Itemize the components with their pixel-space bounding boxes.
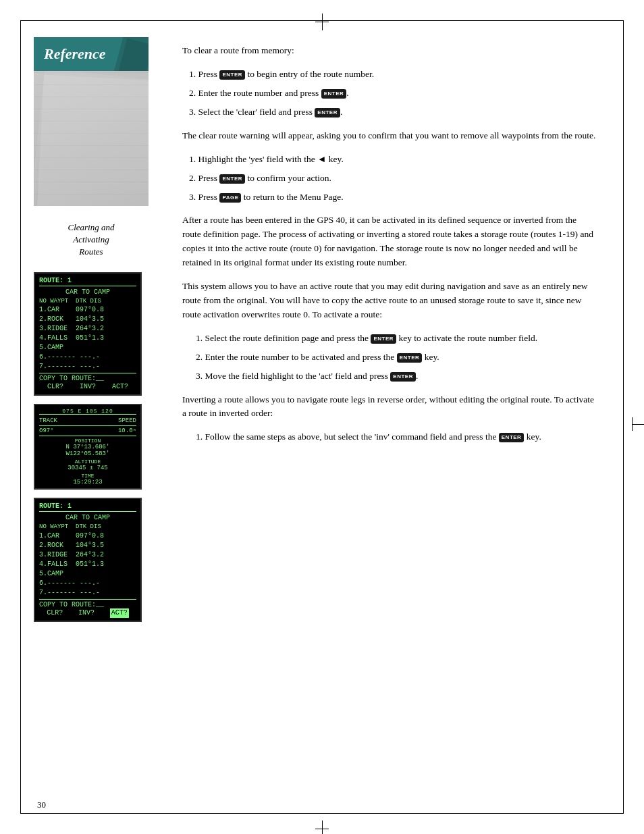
- gps3-row6: 6.------- ---.-: [39, 579, 136, 588]
- clear-step-3: 3. Select the 'clear' field and press EN…: [189, 105, 597, 119]
- gps-screen-1: ROUTE: 1 CAR TO CAMP NO WAYPT DTK DIS 1.…: [34, 272, 142, 396]
- clear-step-2: 2. Enter the route number and press ENTE…: [189, 86, 597, 100]
- enter-badge-4: ENTER: [219, 174, 245, 184]
- page-number: 30: [37, 800, 46, 810]
- gps1-row6: 6.------- ---.-: [39, 353, 136, 362]
- sidebar-subtitle: Clearing and Activating Routes: [34, 216, 149, 264]
- clear-step-1: 1. Press ENTER to begin entry of the rou…: [189, 68, 597, 81]
- confirm-step-3: 3. Press PAGE to return to the Menu Page…: [189, 190, 597, 204]
- enter-badge-2: ENTER: [321, 89, 347, 99]
- sidebar-header: Reference: [34, 37, 149, 71]
- gps1-row7: 7.------- ---.-: [39, 362, 136, 371]
- gps1-cols: NO WAYPT DTK DIS: [39, 297, 136, 306]
- gps1-header: ROUTE: 1: [39, 276, 136, 286]
- invert-intro-text: Inverting a route allows you to navigate…: [182, 393, 597, 421]
- enter-badge-8: ENTER: [499, 433, 525, 442]
- sidebar: Reference Clearing and Activating Routes…: [34, 37, 149, 622]
- gps3-actions: CLR?INV?ACT?: [39, 608, 136, 618]
- gps1-row4: 4.FALLS 051°1.3: [39, 334, 136, 343]
- enter-badge-3: ENTER: [315, 108, 340, 118]
- gps1-row3: 3.RIDGE 264°3.2: [39, 324, 136, 334]
- gps3-cols: NO WAYPT DTK DIS: [39, 523, 136, 531]
- page-badge-1: PAGE: [219, 193, 241, 203]
- gps3-row3: 3.RIDGE 264°3.2: [39, 550, 136, 560]
- gps3-row7: 7.------- ---.-: [39, 588, 136, 598]
- gps-screen-3: ROUTE: 1 CAR TO CAMP NO WAYPT DTK DIS 1.…: [34, 498, 142, 622]
- gps3-row4: 4.FALLS 051°1.3: [39, 560, 136, 569]
- save-text: This system allows you to have an active…: [182, 280, 597, 322]
- enter-badge-5: ENTER: [371, 334, 396, 344]
- clear-warning-text: The clear route warning will appear, ask…: [182, 129, 597, 143]
- gps1-row5: 5.CAMP: [39, 343, 136, 353]
- gps1-actions: CLR?INV?ACT?: [39, 382, 136, 392]
- activate-intro-text: After a route has been entered in the GP…: [182, 213, 597, 270]
- intro-text: To clear a route from memory:: [182, 44, 597, 58]
- gps1-row1: 1.CAR 097°0.8: [39, 305, 136, 315]
- gps3-subheader: CAR TO CAMP: [39, 513, 136, 523]
- enter-badge-6: ENTER: [397, 353, 423, 363]
- confirm-step-1: 1. Highlight the 'yes' field with the ◄ …: [189, 153, 597, 166]
- confirm-step-2: 2. Press ENTER to confirm your action.: [189, 172, 597, 185]
- gps3-header: ROUTE: 1: [39, 502, 136, 512]
- gps3-row1: 1.CAR 097°0.8: [39, 531, 136, 541]
- gps3-row2: 2.ROCK 104°3.5: [39, 541, 136, 550]
- gps1-row2: 2.ROCK 104°3.5: [39, 315, 136, 324]
- main-content: To clear a route from memory: 1. Press E…: [162, 37, 610, 800]
- enter-badge-1: ENTER: [219, 70, 245, 80]
- activate-step-3: 3. Move the field highlight to the 'act'…: [196, 369, 597, 383]
- sidebar-title: Reference: [44, 45, 138, 63]
- gps-screen-2: 075 E 105 120 TRACK SPEED 097° 10.0ⁿ POS…: [34, 404, 142, 490]
- gps1-subheader: CAR TO CAMP: [39, 288, 136, 297]
- gps3-row5: 5.CAMP: [39, 569, 136, 579]
- gps3-footer: COPY TO ROUTE:__: [39, 599, 136, 608]
- enter-badge-7: ENTER: [390, 372, 416, 382]
- activate-step-2: 2. Enter the route number to be activate…: [196, 350, 597, 364]
- invert-step-1: 1. Follow the same steps as above, but s…: [196, 430, 597, 444]
- gps1-footer: COPY TO ROUTE:__: [39, 373, 136, 382]
- activate-step-1: 1. Select the route definition page and …: [196, 332, 597, 345]
